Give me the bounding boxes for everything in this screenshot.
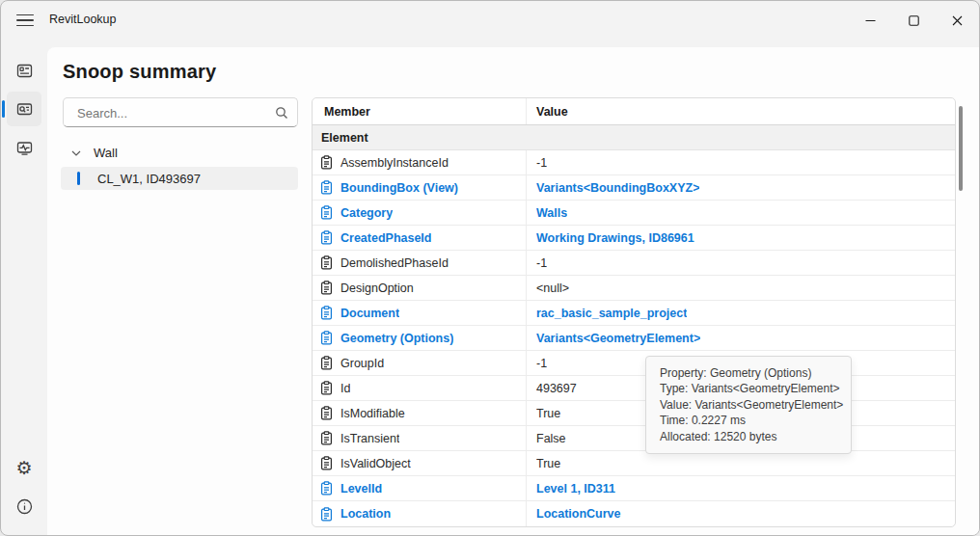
member-value: -1 <box>536 256 547 270</box>
member-name: Document <box>340 307 399 320</box>
table-row[interactable]: GroupId -1 <box>313 351 955 376</box>
selection-indicator <box>77 172 80 185</box>
property-clipboard-icon <box>320 507 333 522</box>
member-cell[interactable]: CreatedPhaseId <box>313 226 527 250</box>
snoop-tree: Wall CL_W1, ID493697 <box>61 142 298 190</box>
value-cell[interactable]: rac_basic_sample_project <box>527 301 955 325</box>
sidebar-item-snoop[interactable] <box>7 92 41 126</box>
tooltip-line: Property: Geometry (Options) <box>660 365 837 381</box>
member-cell[interactable]: DemolishedPhaseId <box>313 251 527 275</box>
member-cell[interactable]: DesignOption <box>313 276 527 300</box>
member-value: Walls <box>536 206 567 220</box>
member-cell[interactable]: Geometry (Options) <box>313 326 527 350</box>
member-cell[interactable]: LevelId <box>313 476 527 500</box>
member-cell[interactable]: IsValidObject <box>313 451 527 475</box>
tooltip-line: Value: Variants<GeometryElement> <box>660 397 837 413</box>
property-clipboard-icon <box>320 356 333 370</box>
table-row[interactable]: IsTransient False <box>313 426 955 451</box>
member-cell[interactable]: GroupId <box>313 351 527 375</box>
member-cell[interactable]: Category <box>313 201 527 225</box>
member-value: Variants<BoundingBoxXYZ> <box>536 181 699 195</box>
value-cell[interactable]: <null> <box>527 276 955 300</box>
value-cell[interactable]: Walls <box>527 201 955 225</box>
member-value: LocationCurve <box>536 507 621 521</box>
table-row[interactable]: LevelId Level 1, ID311 <box>313 476 955 501</box>
value-cell[interactable]: True <box>527 451 955 475</box>
value-cell[interactable]: Variants<BoundingBoxXYZ> <box>527 175 955 200</box>
member-name: AssemblyInstanceId <box>340 156 449 170</box>
property-clipboard-icon <box>320 155 333 170</box>
table-row[interactable]: DemolishedPhaseId -1 <box>313 251 955 276</box>
value-cell[interactable]: Working Drawings, ID86961 <box>527 226 955 250</box>
close-icon <box>952 15 963 26</box>
member-name: Category <box>340 206 393 220</box>
property-clipboard-icon <box>320 306 333 320</box>
sidebar-item-about[interactable] <box>7 489 41 523</box>
sidebar-item-settings[interactable]: ⚙ <box>7 450 41 485</box>
member-name: BoundingBox (View) <box>340 181 458 195</box>
value-cell[interactable]: -1 <box>527 251 955 275</box>
chevron-down-icon[interactable] <box>70 150 82 156</box>
table-row[interactable]: CreatedPhaseId Working Drawings, ID86961 <box>313 226 955 251</box>
app-title: RevitLookup <box>49 13 117 26</box>
minimize-icon <box>865 15 876 26</box>
table-row[interactable]: IsValidObject True <box>313 451 955 476</box>
member-cell[interactable]: AssemblyInstanceId <box>313 150 527 174</box>
member-value: -1 <box>536 357 547 370</box>
table-row[interactable]: AssemblyInstanceId -1 <box>313 150 955 175</box>
column-header-value[interactable]: Value <box>527 98 955 124</box>
property-clipboard-icon <box>320 481 333 496</box>
property-clipboard-icon <box>320 205 333 220</box>
member-cell[interactable]: IsModifiable <box>313 401 527 425</box>
member-value: rac_basic_sample_project <box>536 307 687 320</box>
property-clipboard-icon <box>320 381 333 395</box>
table-row[interactable]: DesignOption <null> <box>313 276 955 301</box>
value-cell[interactable]: Level 1, ID311 <box>527 476 955 500</box>
value-cell[interactable]: Variants<GeometryElement> <box>527 326 955 350</box>
table-row[interactable]: BoundingBox (View) Variants<BoundingBoxX… <box>313 175 955 201</box>
member-value: True <box>536 407 560 420</box>
search-input[interactable] <box>75 98 272 128</box>
value-cell[interactable]: LocationCurve <box>527 501 955 526</box>
member-cell[interactable]: Location <box>313 501 527 526</box>
column-header-member[interactable]: Member <box>313 98 527 124</box>
table-group-header[interactable]: Element <box>313 125 955 150</box>
member-cell[interactable]: BoundingBox (View) <box>313 175 527 200</box>
minimize-button[interactable] <box>849 1 892 40</box>
table-row[interactable]: Category Walls <box>313 201 955 226</box>
property-clipboard-icon <box>320 230 333 245</box>
property-clipboard-icon <box>320 331 333 345</box>
hamburger-menu-icon[interactable] <box>14 10 36 31</box>
close-button[interactable] <box>936 1 979 40</box>
table-row[interactable]: Id 493697 <box>313 376 955 401</box>
table-row[interactable]: IsModifiable True <box>313 401 955 426</box>
maximize-button[interactable] <box>892 1 936 40</box>
table-row[interactable]: Geometry (Options) Variants<GeometryElem… <box>313 326 955 351</box>
sidebar: ⚙ <box>1 40 47 535</box>
member-value: True <box>536 457 560 470</box>
tree-item-selected[interactable]: CL_W1, ID493697 <box>61 167 298 190</box>
property-clipboard-icon <box>320 281 333 295</box>
info-icon <box>15 497 34 516</box>
tooltip: Property: Geometry (Options)Type: Varian… <box>645 356 852 454</box>
tooltip-line: Time: 0.2227 ms <box>660 413 837 428</box>
member-value: Working Drawings, ID86961 <box>536 231 694 245</box>
member-cell[interactable]: Document <box>313 301 527 325</box>
value-cell[interactable]: -1 <box>527 150 955 174</box>
table-row[interactable]: Document rac_basic_sample_project <box>313 301 955 326</box>
vertical-scrollbar-thumb[interactable] <box>959 106 963 191</box>
member-name: DesignOption <box>340 281 414 295</box>
snoop-search-icon <box>15 100 34 119</box>
member-cell[interactable]: Id <box>313 376 527 400</box>
sidebar-item-events[interactable] <box>7 130 41 165</box>
member-cell[interactable]: IsTransient <box>313 426 527 450</box>
member-name: Location <box>340 507 391 521</box>
tree-node-wall[interactable]: Wall <box>61 142 298 164</box>
member-value: <null> <box>536 281 569 295</box>
member-name: Id <box>340 382 350 395</box>
table-body: AssemblyInstanceId -1 BoundingBox (Vie <box>313 150 955 526</box>
table-row[interactable]: Location LocationCurve <box>313 501 955 526</box>
member-value: -1 <box>536 156 547 170</box>
sidebar-item-dashboard[interactable] <box>7 53 41 88</box>
maximize-icon <box>909 15 919 26</box>
